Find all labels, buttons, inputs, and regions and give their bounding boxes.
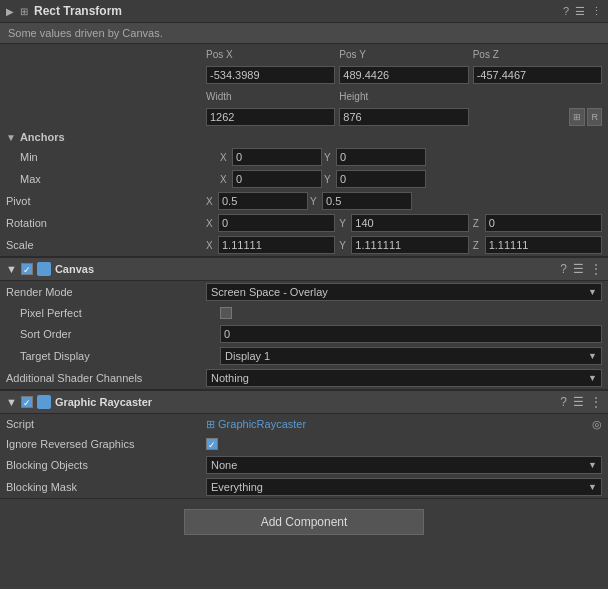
scale-z-input[interactable] bbox=[485, 236, 602, 254]
render-mode-dropdown[interactable]: Screen Space - Overlay ▼ bbox=[206, 283, 602, 301]
pivot-x-input[interactable] bbox=[218, 192, 308, 210]
script-target-icon: ◎ bbox=[592, 418, 602, 431]
panel-actions: ? ☰ ⋮ bbox=[563, 5, 602, 18]
wh-value-fields: ⊞ R bbox=[206, 108, 602, 126]
render-mode-content: Screen Space - Overlay ▼ bbox=[206, 283, 602, 301]
canvas-title: Canvas bbox=[55, 263, 94, 275]
target-display-dropdown[interactable]: Display 1 ▼ bbox=[220, 347, 602, 365]
target-display-row: Target Display Display 1 ▼ bbox=[0, 345, 608, 367]
blocking-mask-dropdown[interactable]: Everything ▼ bbox=[206, 478, 602, 496]
pixel-perfect-row: Pixel Perfect bbox=[0, 303, 608, 323]
pos-y-input[interactable] bbox=[339, 66, 468, 84]
rotation-z-item: Z bbox=[473, 214, 602, 232]
gr-overflow-icon[interactable]: ⋮ bbox=[590, 395, 602, 409]
info-bar: Some values driven by Canvas. bbox=[0, 23, 608, 44]
script-row: Script ⊞ GraphicRaycaster ◎ bbox=[0, 414, 608, 434]
reset-button[interactable]: R bbox=[587, 108, 602, 126]
settings-icon[interactable]: ☰ bbox=[575, 5, 585, 18]
pivot-row: Pivot X Y bbox=[0, 190, 608, 212]
anchor-max-x-input[interactable] bbox=[232, 170, 322, 188]
add-component-button[interactable]: Add Component bbox=[184, 509, 424, 535]
scale-y-item: Y bbox=[339, 236, 468, 254]
rotation-y-input[interactable] bbox=[351, 214, 468, 232]
sort-order-input[interactable] bbox=[220, 325, 602, 343]
width-label-item: Width bbox=[206, 91, 335, 102]
height-input[interactable] bbox=[339, 108, 468, 126]
gr-collapse-arrow[interactable]: ▼ bbox=[6, 396, 17, 408]
scale-fields: X Y Z bbox=[206, 236, 602, 254]
expand-icon[interactable]: ⊞ bbox=[20, 6, 28, 17]
rotation-z-input[interactable] bbox=[485, 214, 602, 232]
collapse-arrow-icon[interactable]: ▶ bbox=[6, 6, 14, 17]
pos-y-input-item bbox=[339, 66, 468, 84]
blocking-mask-dropdown-arrow: ▼ bbox=[588, 482, 597, 492]
sort-order-content bbox=[220, 325, 602, 343]
pixel-perfect-checkbox[interactable] bbox=[220, 307, 232, 319]
pos-x-input[interactable] bbox=[206, 66, 335, 84]
wh-values-row: ⊞ R bbox=[0, 106, 608, 128]
pos-value-fields bbox=[206, 66, 602, 84]
shader-channels-dropdown[interactable]: Nothing ▼ bbox=[206, 369, 602, 387]
width-input-item bbox=[206, 108, 335, 126]
pos-x-field: Pos X bbox=[206, 49, 335, 60]
pos-fields: Pos X Pos Y Pos Z bbox=[206, 49, 602, 60]
canvas-collapse-arrow[interactable]: ▼ bbox=[6, 263, 17, 275]
gr-help-icon[interactable]: ? bbox=[560, 395, 567, 409]
pivot-y-input[interactable] bbox=[322, 192, 412, 210]
wh-label-fields: Width Height bbox=[206, 91, 602, 102]
rotation-x-item: X bbox=[206, 214, 335, 232]
scale-z-item: Z bbox=[473, 236, 602, 254]
gr-enabled-checkbox[interactable] bbox=[21, 396, 33, 408]
anchors-section-header[interactable]: ▼ Anchors bbox=[0, 128, 608, 146]
canvas-enabled-checkbox[interactable] bbox=[21, 263, 33, 275]
render-mode-dropdown-arrow: ▼ bbox=[588, 287, 597, 297]
pos-values-row bbox=[0, 64, 608, 86]
anchor-min-x-input[interactable] bbox=[232, 148, 322, 166]
script-reference[interactable]: ⊞ GraphicRaycaster bbox=[206, 418, 306, 431]
overflow-icon[interactable]: ⋮ bbox=[591, 5, 602, 18]
height-label-item: Height bbox=[339, 91, 468, 102]
blocking-objects-content: None ▼ bbox=[206, 456, 602, 474]
scale-x-item: X bbox=[206, 236, 335, 254]
pos-x-input-item bbox=[206, 66, 335, 84]
add-component-area: Add Component bbox=[0, 499, 608, 545]
canvas-help-icon[interactable]: ? bbox=[560, 262, 567, 276]
pivot-x-item: X bbox=[206, 192, 308, 210]
anchor-max-row: Max X Y bbox=[0, 168, 608, 190]
help-icon[interactable]: ? bbox=[563, 5, 569, 18]
panel-title: Rect Transform bbox=[34, 4, 557, 18]
ignore-reversed-row: Ignore Reversed Graphics bbox=[0, 434, 608, 454]
wh-spacer bbox=[473, 91, 602, 102]
anchor-max-y-input[interactable] bbox=[336, 170, 426, 188]
ignore-reversed-content bbox=[206, 438, 602, 450]
anchor-min-y-item: Y bbox=[324, 148, 426, 166]
wh-labels-row: Width Height bbox=[0, 86, 608, 106]
canvas-header: ▼ Canvas ? ☰ ⋮ bbox=[0, 257, 608, 281]
canvas-settings-icon[interactable]: ☰ bbox=[573, 262, 584, 276]
width-input[interactable] bbox=[206, 108, 335, 126]
canvas-overflow-icon[interactable]: ⋮ bbox=[590, 262, 602, 276]
ignore-reversed-checkbox[interactable] bbox=[206, 438, 218, 450]
target-display-dropdown-arrow: ▼ bbox=[588, 351, 597, 361]
pos-z-field: Pos Z bbox=[473, 49, 602, 60]
rotation-y-item: Y bbox=[339, 214, 468, 232]
anchor-min-row: Min X Y bbox=[0, 146, 608, 168]
scale-x-input[interactable] bbox=[218, 236, 335, 254]
scale-row: Scale X Y Z bbox=[0, 234, 608, 256]
pixel-perfect-content bbox=[220, 307, 602, 319]
pos-y-field: Pos Y bbox=[339, 49, 468, 60]
blocking-objects-dropdown[interactable]: None ▼ bbox=[206, 456, 602, 474]
anchor-min-y-input[interactable] bbox=[336, 148, 426, 166]
anchor-max-x-item: X bbox=[220, 170, 322, 188]
gr-settings-icon[interactable]: ☰ bbox=[573, 395, 584, 409]
pivot-fields: X Y bbox=[206, 192, 602, 210]
blocking-mask-row: Blocking Mask Everything ▼ bbox=[0, 476, 608, 498]
graphic-raycaster-component: ▼ Graphic Raycaster ? ☰ ⋮ Script ⊞ Graph… bbox=[0, 390, 608, 499]
scale-y-input[interactable] bbox=[351, 236, 468, 254]
render-mode-row: Render Mode Screen Space - Overlay ▼ bbox=[0, 281, 608, 303]
rotation-x-input[interactable] bbox=[218, 214, 335, 232]
pos-z-input[interactable] bbox=[473, 66, 602, 84]
constrain-proportions-button[interactable]: ⊞ bbox=[569, 108, 585, 126]
canvas-component: ▼ Canvas ? ☰ ⋮ Render Mode Screen Space … bbox=[0, 257, 608, 390]
anchors-arrow-icon: ▼ bbox=[6, 132, 16, 143]
